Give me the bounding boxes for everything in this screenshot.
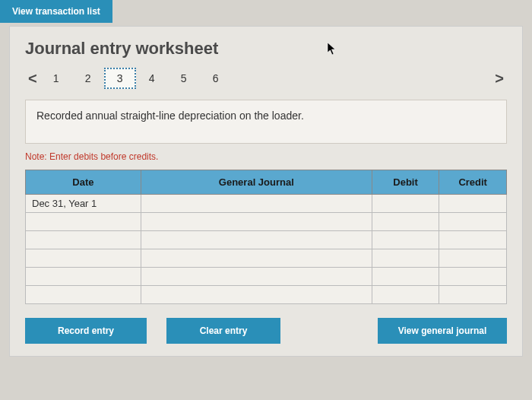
cell-debit[interactable]	[372, 249, 439, 268]
table-row	[26, 249, 507, 268]
cell-date[interactable]	[26, 213, 141, 231]
pager-item-4[interactable]: 4	[136, 68, 168, 89]
cell-debit[interactable]	[372, 268, 439, 286]
cell-general-journal[interactable]	[141, 268, 372, 286]
cell-debit[interactable]	[372, 286, 439, 304]
journal-table: Date General Journal Debit Credit Dec 31…	[25, 170, 507, 304]
pager-item-2[interactable]: 2	[72, 68, 104, 89]
table-row	[26, 213, 507, 231]
cell-general-journal[interactable]	[141, 249, 372, 268]
cell-date[interactable]	[26, 268, 141, 286]
table-row	[26, 231, 507, 249]
pager-item-5[interactable]: 5	[168, 68, 200, 89]
col-header-date: Date	[26, 170, 141, 195]
view-general-journal-button[interactable]: View general journal	[378, 318, 507, 344]
cell-credit[interactable]	[439, 231, 507, 249]
table-row	[26, 268, 507, 286]
worksheet-panel: Journal entry worksheet < 1 2 3 4 5 6 > …	[9, 26, 523, 357]
note-text: Note: Enter debits before credits.	[25, 151, 507, 162]
page-title: Journal entry worksheet	[25, 39, 507, 59]
col-header-debit: Debit	[372, 170, 439, 195]
cell-credit[interactable]	[439, 286, 507, 304]
cell-general-journal[interactable]	[141, 286, 372, 304]
entry-description: Recorded annual straight-line depreciati…	[25, 100, 507, 144]
pager-next-icon[interactable]: >	[492, 70, 507, 87]
col-header-credit: Credit	[439, 170, 507, 195]
pager-item-6[interactable]: 6	[200, 68, 232, 89]
col-header-general-journal: General Journal	[141, 170, 372, 195]
entry-pager: < 1 2 3 4 5 6 >	[25, 68, 507, 89]
cell-date[interactable]: Dec 31, Year 1	[26, 195, 141, 213]
cell-date[interactable]	[26, 286, 141, 304]
cell-general-journal[interactable]	[141, 231, 372, 249]
cell-general-journal[interactable]	[141, 213, 372, 231]
cell-debit[interactable]	[372, 231, 439, 249]
pager-prev-icon[interactable]: <	[25, 70, 40, 87]
cell-credit[interactable]	[439, 249, 507, 268]
view-transaction-list-button[interactable]: View transaction list	[0, 0, 112, 23]
cell-debit[interactable]	[372, 195, 439, 213]
table-row	[26, 286, 507, 304]
cell-date[interactable]	[26, 231, 141, 249]
record-entry-button[interactable]: Record entry	[25, 318, 147, 344]
cell-date[interactable]	[26, 249, 141, 268]
table-row: Dec 31, Year 1	[26, 195, 507, 213]
pager-item-1[interactable]: 1	[40, 68, 72, 89]
cell-debit[interactable]	[372, 213, 439, 231]
spacer	[280, 318, 378, 344]
cell-credit[interactable]	[439, 213, 507, 231]
cell-credit[interactable]	[439, 195, 507, 213]
clear-entry-button[interactable]: Clear entry	[166, 318, 280, 344]
pager-item-3[interactable]: 3	[104, 68, 136, 89]
action-row: Record entry Clear entry View general jo…	[25, 318, 507, 344]
cell-credit[interactable]	[439, 268, 507, 286]
cell-general-journal[interactable]	[141, 195, 372, 213]
